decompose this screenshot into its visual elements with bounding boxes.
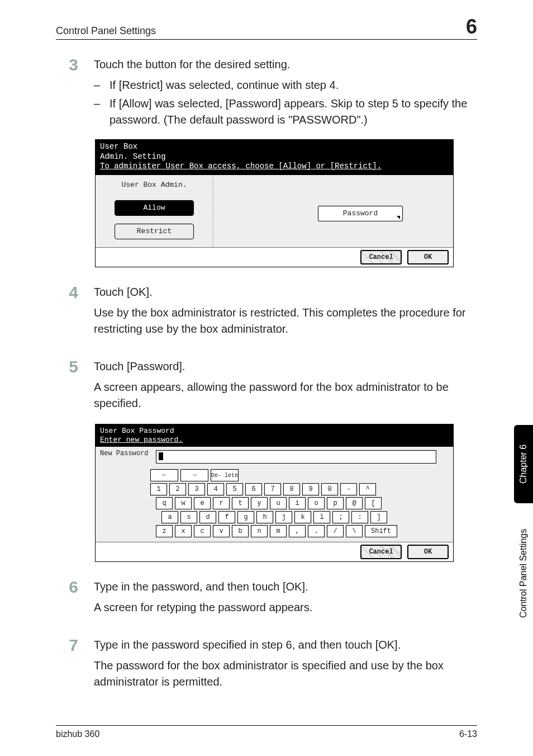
key-t[interactable]: t bbox=[232, 497, 249, 509]
panel1-caption: User Box Admin. bbox=[121, 181, 187, 189]
key-f[interactable]: f bbox=[218, 511, 235, 523]
key-5[interactable]: 5 bbox=[226, 483, 243, 495]
key-7[interactable]: 7 bbox=[264, 483, 281, 495]
key-i[interactable]: i bbox=[289, 497, 306, 509]
step3-bullet-2: If [Allow] was selected, [Password] appe… bbox=[94, 96, 477, 128]
key-][interactable]: ] bbox=[370, 511, 387, 523]
step7-para: The password for the box administrator i… bbox=[94, 658, 477, 690]
keyboard-row-z: zxcvbnm,./\Shift bbox=[156, 525, 449, 537]
key-s[interactable]: s bbox=[180, 511, 197, 523]
step5-para: A screen appears, allowing the password … bbox=[94, 379, 477, 412]
panel2-ok-button[interactable]: OK bbox=[407, 545, 449, 559]
side-tab-chapter: Chapter 6 bbox=[514, 425, 533, 503]
key-k[interactable]: k bbox=[294, 511, 311, 523]
key--[interactable]: - bbox=[340, 483, 357, 495]
step-number-4: 4 bbox=[56, 284, 78, 301]
restrict-button[interactable]: Restrict bbox=[115, 224, 194, 239]
key-4[interactable]: 4 bbox=[207, 483, 224, 495]
step-number-6: 6 bbox=[56, 579, 78, 596]
shift-key[interactable]: Shift bbox=[365, 525, 397, 537]
key-q[interactable]: q bbox=[156, 497, 173, 509]
key-l[interactable]: l bbox=[313, 511, 330, 523]
step5-lead: Touch [Password]. bbox=[94, 358, 477, 375]
side-tab-section: Control Panel Settings bbox=[514, 509, 533, 637]
lcd-panel-password-keyboard: User Box Password Enter new password. Ne… bbox=[95, 424, 454, 563]
panel2-cancel-button[interactable]: Cancel bbox=[360, 545, 402, 559]
key-g[interactable]: g bbox=[237, 511, 254, 523]
key-x[interactable]: x bbox=[175, 525, 192, 537]
step6-lead: Type in the password, and then touch [OK… bbox=[94, 579, 477, 595]
key-d[interactable]: d bbox=[199, 511, 216, 523]
key-6[interactable]: 6 bbox=[245, 483, 262, 495]
panel1-title-line1: User Box bbox=[100, 142, 449, 152]
password-input[interactable] bbox=[156, 450, 436, 464]
panel1-ok-button[interactable]: OK bbox=[407, 250, 449, 264]
step4-lead: Touch [OK]. bbox=[94, 284, 477, 300]
panel1-prompt: To administer User Box access, choose [A… bbox=[100, 162, 449, 172]
keyboard-row-q: qwertyuiop@[ bbox=[156, 497, 449, 509]
step7-lead: Type in the password specified in step 6… bbox=[94, 637, 477, 653]
step6-para: A screen for retyping the password appea… bbox=[94, 599, 477, 616]
password-button[interactable]: Password bbox=[318, 206, 403, 221]
allow-button[interactable]: Allow bbox=[115, 200, 194, 216]
arrow-left-key[interactable]: ← bbox=[150, 469, 178, 481]
key-2[interactable]: 2 bbox=[169, 483, 186, 495]
page-header-chapter: 6 bbox=[466, 17, 477, 37]
step-number-3: 3 bbox=[56, 56, 78, 73]
footer-right: 6-13 bbox=[459, 729, 477, 739]
key-y[interactable]: y bbox=[251, 497, 268, 509]
page-header-title: Control Panel Settings bbox=[56, 25, 156, 37]
key-/[interactable]: / bbox=[327, 525, 344, 537]
key-@[interactable]: @ bbox=[346, 497, 363, 509]
key-^[interactable]: ^ bbox=[359, 483, 376, 495]
key-8[interactable]: 8 bbox=[283, 483, 300, 495]
keyboard-row-a: asdfghjkl;:] bbox=[161, 511, 449, 523]
lcd-panel-userbox-admin: User Box Admin. Setting To administer Us… bbox=[95, 139, 454, 267]
panel1-title-line2: Admin. Setting bbox=[100, 152, 449, 162]
step3-lead: Touch the button for the desired setting… bbox=[94, 56, 477, 73]
panel2-title: User Box Password bbox=[100, 427, 449, 436]
panel1-cancel-button[interactable]: Cancel bbox=[360, 250, 402, 264]
key-;[interactable]: ; bbox=[332, 511, 349, 523]
key-[[interactable]: [ bbox=[365, 497, 382, 509]
text-caret bbox=[159, 452, 163, 460]
step3-bullet-1: If [Restrict] was selected, continue wit… bbox=[94, 77, 477, 93]
key-n[interactable]: n bbox=[251, 525, 268, 537]
delete-key[interactable]: De- lete bbox=[211, 469, 239, 481]
key-9[interactable]: 9 bbox=[302, 483, 319, 495]
key-3[interactable]: 3 bbox=[188, 483, 205, 495]
key-c[interactable]: c bbox=[194, 525, 211, 537]
key-e[interactable]: e bbox=[194, 497, 211, 509]
step4-para: Use by the box administrator is restrict… bbox=[94, 305, 477, 337]
keyboard-row-numbers: 1234567890-^ bbox=[150, 483, 449, 495]
key-0[interactable]: 0 bbox=[321, 483, 338, 495]
panel2-prompt: Enter new password. bbox=[100, 436, 449, 445]
key-:[interactable]: : bbox=[351, 511, 368, 523]
key-v[interactable]: v bbox=[213, 525, 230, 537]
key-r[interactable]: r bbox=[213, 497, 230, 509]
key-w[interactable]: w bbox=[175, 497, 192, 509]
key-j[interactable]: j bbox=[275, 511, 292, 523]
key-z[interactable]: z bbox=[156, 525, 173, 537]
key-.[interactable]: . bbox=[308, 525, 325, 537]
key-m[interactable]: m bbox=[270, 525, 287, 537]
key-a[interactable]: a bbox=[161, 511, 178, 523]
arrow-right-key[interactable]: → bbox=[180, 469, 208, 481]
panel2-field-label: New Password bbox=[100, 450, 148, 457]
key-h[interactable]: h bbox=[256, 511, 273, 523]
key-\[interactable]: \ bbox=[346, 525, 363, 537]
key-o[interactable]: o bbox=[308, 497, 325, 509]
footer-left: bizhub 360 bbox=[56, 729, 99, 739]
key-u[interactable]: u bbox=[270, 497, 287, 509]
key-b[interactable]: b bbox=[232, 525, 249, 537]
step-number-7: 7 bbox=[56, 637, 78, 654]
key-p[interactable]: p bbox=[327, 497, 344, 509]
key-1[interactable]: 1 bbox=[150, 483, 167, 495]
key-,[interactable]: , bbox=[289, 525, 306, 537]
step-number-5: 5 bbox=[56, 358, 78, 375]
